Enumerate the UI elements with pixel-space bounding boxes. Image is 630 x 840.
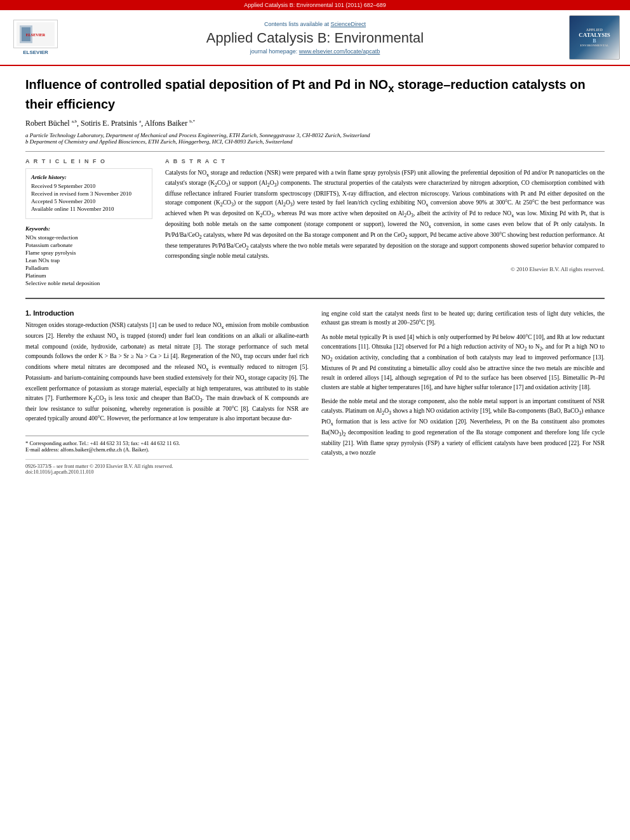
footer-issn: 0926-3373/$ – see front matter © 2010 El… [25, 463, 309, 469]
elsevier-brand-text: ELSEVIER [23, 50, 48, 55]
journal-citation-text: Applied Catalysis B: Environmental 101 (… [244, 2, 386, 8]
intro-paragraph-3: As noble metal typically Pt is used [4] … [321, 333, 605, 392]
keyword-3: Flame spray pyrolysis [25, 250, 152, 256]
affiliation-b: b Department of Chemistry and Applied Bi… [25, 138, 605, 145]
abstract-column: A B S T R A C T Catalysts for NOx storag… [165, 158, 605, 288]
journal-homepage: journal homepage: www.elsevier.com/locat… [67, 48, 563, 55]
accepted-date: Accepted 5 November 2010 [31, 198, 147, 204]
affiliation-a: a Particle Technology Laboratory, Depart… [25, 132, 605, 138]
body-section: 1. Introduction Nitrogen oxides storage-… [25, 309, 605, 476]
journal-footer: 0926-3373/$ – see front matter © 2010 El… [25, 459, 309, 475]
keyword-4: Lean NOx trap [25, 257, 152, 263]
elsevier-logo-graphic: ELSEVIER [13, 20, 58, 48]
journal-title: Applied Catalysis B: Environmental [67, 30, 563, 46]
journal-center: Contents lists available at ScienceDirec… [67, 21, 563, 55]
footnote-text: * Corresponding author. Tel.: +41 44 632… [25, 440, 309, 446]
online-date: Available online 11 November 2010 [31, 206, 147, 212]
keywords-box: Keywords: NOx storage-reduction Potassiu… [25, 225, 152, 286]
article-info-label: A R T I C L E I N F O [25, 158, 152, 164]
keyword-6: Platinum [25, 272, 152, 279]
journal-logo-right: APPLIED CATALYSIS B ENVIRONMENTAL [569, 15, 620, 60]
intro-paragraph-4: Beside the noble metal and the storage c… [321, 397, 605, 458]
journal-url[interactable]: www.elsevier.com/locate/apcatb [299, 48, 380, 55]
introduction-heading: 1. Introduction [25, 309, 309, 317]
article-info-box: Article history: Received 9 September 20… [25, 168, 152, 219]
header-divider [25, 151, 605, 152]
keyword-5: Palladium [25, 265, 152, 271]
body-right-column: ing engine cold start the catalyst needs… [321, 309, 605, 476]
affiliations: a Particle Technology Laboratory, Depart… [25, 132, 605, 145]
abstract-text: Catalysts for NOx storage and reduction … [165, 168, 605, 261]
article-title: Influence of controlled spatial depositi… [25, 76, 605, 112]
footnote-area: * Corresponding author. Tel.: +41 44 632… [25, 436, 309, 453]
footnote-email: E-mail address: alfons.baiker@chem.ethz.… [25, 446, 309, 453]
journal-citation-bar: Applied Catalysis B: Environmental 101 (… [0, 0, 630, 10]
body-divider [25, 298, 605, 299]
keyword-7: Selective noble metal deposition [25, 280, 152, 286]
authors: Robert Büchel a,b, Sotiris E. Pratsinis … [25, 119, 605, 128]
article-history-title: Article history: [31, 174, 147, 180]
revised-date: Received in revised form 3 November 2010 [31, 190, 147, 197]
footer-doi: doi:10.1016/j.apcatb.2010.11.010 [25, 469, 309, 475]
body-left-column: 1. Introduction Nitrogen oxides storage-… [25, 309, 309, 476]
svg-text:ELSEVIER: ELSEVIER [26, 33, 46, 37]
article-info-column: A R T I C L E I N F O Article history: R… [25, 158, 152, 288]
sciencedirect-label: Contents lists available at ScienceDirec… [67, 21, 563, 27]
keywords-title: Keywords: [25, 225, 152, 232]
keyword-1: NOx storage-reduction [25, 234, 152, 241]
received-date: Received 9 September 2010 [31, 183, 147, 189]
article-meta-section: A R T I C L E I N F O Article history: R… [25, 158, 605, 288]
intro-paragraph-2: ing engine cold start the catalyst needs… [321, 309, 605, 328]
keyword-2: Potassium carbonate [25, 242, 152, 248]
abstract-label: A B S T R A C T [165, 158, 605, 164]
journal-header: ELSEVIER ELSEVIER Contents lists availab… [0, 10, 630, 66]
sciencedirect-link-text[interactable]: ScienceDirect [331, 21, 366, 27]
elsevier-logo: ELSEVIER ELSEVIER [10, 20, 61, 55]
intro-paragraph-1: Nitrogen oxides storage-reduction (NSR) … [25, 321, 309, 423]
main-content: Influence of controlled spatial depositi… [0, 66, 630, 485]
copyright-text: © 2010 Elsevier B.V. All rights reserved… [165, 266, 605, 272]
